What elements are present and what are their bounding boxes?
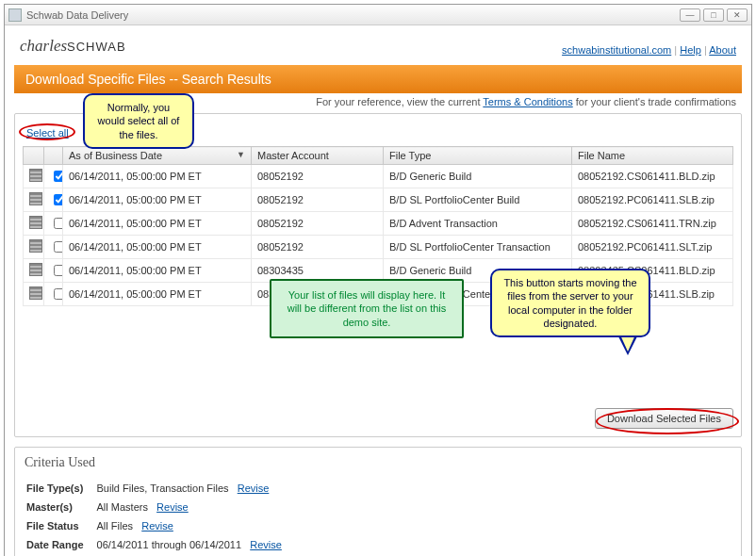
filetype-label: File Type(s) [26, 480, 95, 497]
col-date-label: As of Business Date [69, 150, 162, 161]
file-icon [29, 239, 42, 253]
criteria-panel: Criteria Used File Type(s) Build Files, … [14, 447, 742, 556]
row-date: 06/14/2011, 05:00:00 PM ET [63, 236, 252, 259]
row-master: 08052192 [252, 165, 384, 188]
titlebar: Schwab Data Delivery — □ ✕ [5, 5, 751, 25]
row-date: 06/14/2011, 05:00:00 PM ET [63, 188, 252, 212]
schwab-logo: charlesSCHWAB [20, 37, 126, 56]
row-checkbox[interactable] [54, 241, 63, 253]
row-checkbox[interactable] [54, 171, 63, 182]
file-icon [29, 263, 42, 276]
help-link[interactable]: Help [680, 44, 701, 56]
header: charlesSCHWAB schwabinstitutional.com | … [14, 25, 742, 65]
row-date: 06/14/2011, 05:00:00 PM ET [63, 165, 252, 188]
row-checkbox[interactable] [54, 194, 63, 205]
row-checkbox[interactable] [54, 218, 63, 229]
reference-prefix: For your reference, view the current [316, 96, 483, 107]
row-name: 08052192.PC061411.SLB.zip [572, 188, 733, 212]
row-type: B/D SL PortfolioCenter Transaction [384, 236, 572, 259]
col-checkbox[interactable] [44, 147, 63, 165]
criteria-heading: Criteria Used [25, 455, 731, 470]
row-type: B/D Advent Transaction [384, 212, 572, 236]
window-controls: — □ ✕ [680, 8, 748, 22]
minimize-button[interactable]: — [680, 8, 700, 22]
terms-link[interactable]: Terms & Conditions [483, 96, 572, 107]
callout-download: This button starts moving the files from… [490, 269, 650, 337]
download-row: Download Selected Files [23, 408, 733, 429]
logo-schwab: SCHWAB [67, 40, 126, 54]
col-icon[interactable] [24, 147, 44, 165]
revise-masters-link[interactable]: Revise [156, 501, 189, 513]
callout-selectall: Normally, you would select all of the fi… [83, 93, 194, 149]
file-icon [29, 192, 42, 205]
row-type: B/D Generic Build [384, 165, 572, 188]
row-name: 08052192.CS061411.BLD.zip [572, 165, 733, 188]
filetype-value: Build Files, Transaction Files [97, 482, 229, 494]
masters-label: Master(s) [26, 499, 95, 515]
page-title-banner: Download Specific Files -- Search Result… [14, 65, 742, 93]
file-icon [29, 169, 42, 182]
table-row[interactable]: 06/14/2011, 05:00:00 PM ET08052192B/D SL… [24, 188, 733, 212]
select-all-link[interactable]: Select all [23, 122, 69, 146]
criteria-table: File Type(s) Build Files, Transaction Fi… [25, 478, 295, 555]
sort-desc-icon: ▼ [237, 150, 245, 159]
app-icon [8, 8, 22, 22]
row-master: 08052192 [252, 212, 384, 236]
range-value: 06/14/2011 through 06/14/2011 [97, 539, 242, 550]
table-row[interactable]: 06/14/2011, 05:00:00 PM ET08052192B/D SL… [24, 236, 733, 259]
file-icon [29, 286, 42, 300]
reference-suffix: for your client's trade confirmations [573, 96, 736, 107]
range-label: Date Range [26, 536, 95, 553]
table-row[interactable]: 06/14/2011, 05:00:00 PM ET08052192B/D Ad… [24, 212, 733, 236]
table-header-row: As of Business Date▼ Master Account File… [24, 147, 733, 165]
row-date: 06/14/2011, 05:00:00 PM ET [63, 283, 252, 306]
row-date: 06/14/2011, 05:00:00 PM ET [63, 212, 252, 236]
masters-value: All Masters [97, 501, 148, 513]
row-master: 08052192 [252, 236, 384, 259]
revise-status-link[interactable]: Revise [141, 520, 173, 531]
about-link[interactable]: About [709, 44, 736, 56]
row-name: 08052192.CS061411.TRN.zip [572, 212, 733, 236]
row-name: 08052192.PC061411.SLT.zip [572, 236, 733, 259]
status-value: All Files [97, 520, 134, 531]
window-title: Schwab Data Delivery [26, 9, 680, 21]
download-selected-button[interactable]: Download Selected Files [595, 408, 733, 429]
table-row[interactable]: 06/14/2011, 05:00:00 PM ET08052192B/D Ge… [24, 165, 733, 188]
info-note-green: Your list of files will display here. It… [270, 279, 464, 338]
col-master[interactable]: Master Account [252, 147, 384, 165]
status-label: File Status [26, 517, 95, 534]
maximize-button[interactable]: □ [703, 8, 724, 22]
revise-filetype-link[interactable]: Revise [238, 482, 270, 494]
row-checkbox[interactable] [54, 265, 63, 276]
col-name[interactable]: File Name [572, 147, 733, 165]
top-links: schwabinstitutional.com | Help | About [562, 44, 736, 56]
revise-range-link[interactable]: Revise [250, 539, 282, 550]
col-date[interactable]: As of Business Date▼ [63, 147, 252, 165]
row-type: B/D SL PortfolioCenter Build [384, 188, 572, 212]
row-checkbox[interactable] [54, 288, 63, 300]
row-master: 08052192 [252, 188, 384, 212]
close-button[interactable]: ✕ [727, 8, 748, 22]
logo-charles: charles [20, 37, 67, 55]
row-date: 06/14/2011, 05:00:00 PM ET [63, 259, 252, 283]
col-type[interactable]: File Type [384, 147, 572, 165]
institutional-link[interactable]: schwabinstitutional.com [562, 44, 671, 56]
file-icon [29, 216, 42, 229]
app-window: Schwab Data Delivery — □ ✕ charlesSCHWAB… [4, 4, 752, 556]
results-panel: Normally, you would select all of the fi… [14, 113, 742, 437]
